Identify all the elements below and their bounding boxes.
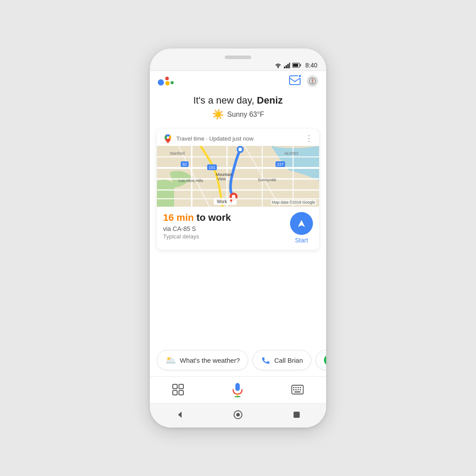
- travel-minutes: 16 min: [163, 212, 194, 223]
- microphone-icon: [231, 383, 244, 398]
- notification-dot: [298, 74, 302, 78]
- svg-point-28: [238, 148, 242, 151]
- greeting-prefix: It's a new day,: [193, 95, 257, 106]
- svg-rect-50: [179, 390, 183, 395]
- svg-marker-46: [298, 220, 305, 227]
- svg-marker-12: [312, 78, 313, 81]
- compass-icon: [309, 78, 316, 85]
- greeting-name: Deniz: [257, 95, 283, 106]
- home-button[interactable]: [230, 408, 246, 421]
- svg-text:237: 237: [277, 162, 283, 167]
- status-bar: 8:40: [150, 59, 326, 71]
- svg-rect-55: [293, 387, 294, 388]
- card-info: 16 min to work via CA-85 S Typical delay…: [157, 207, 319, 250]
- maps-logo: [163, 134, 173, 143]
- greeting-section: It's a new day, Deniz ☀️ Sunny 63°F: [150, 89, 326, 123]
- card-header: Travel time · Updated just now ⋮: [157, 129, 319, 146]
- recents-button[interactable]: [289, 408, 305, 421]
- svg-text:Work 📍: Work 📍: [217, 199, 234, 205]
- svg-marker-64: [178, 412, 182, 418]
- svg-text:ALVISO: ALVISO: [284, 151, 298, 156]
- dot-green: [171, 81, 174, 84]
- nav-bar: [150, 403, 326, 428]
- screen: It's a new day, Deniz ☀️ Sunny 63°F: [150, 71, 326, 428]
- svg-rect-47: [173, 384, 177, 389]
- screenshot-icon: [172, 384, 184, 395]
- svg-rect-61: [298, 389, 299, 390]
- nav-arrow-icon: [296, 218, 307, 229]
- sun-icon: ☀️: [212, 109, 224, 120]
- svg-marker-13: [312, 81, 313, 84]
- keyboard-icon: [291, 385, 304, 394]
- weather-chip-label: What's the weather?: [180, 357, 240, 364]
- google-assistant-logo[interactable]: [158, 77, 174, 86]
- travel-card[interactable]: Travel time · Updated just now ⋮: [157, 129, 319, 250]
- svg-rect-2: [284, 67, 285, 68]
- battery-icon: [292, 63, 301, 68]
- call-brian-chip-label: Call Brian: [274, 357, 303, 364]
- svg-point-30: [232, 195, 235, 198]
- more-options-button[interactable]: ⋮: [305, 134, 313, 143]
- travel-time-section: 16 min to work via CA-85 S Typical delay…: [163, 212, 231, 240]
- svg-rect-59: [293, 389, 294, 390]
- phone-speaker: [225, 56, 251, 59]
- svg-marker-10: [295, 82, 296, 82]
- nav-button-wrap: Start: [290, 212, 313, 244]
- screenshot-button[interactable]: [172, 384, 184, 397]
- svg-rect-56: [295, 387, 297, 388]
- spotify-chip[interactable]: [316, 350, 326, 370]
- svg-rect-4: [287, 64, 289, 68]
- dot-yellow: [165, 81, 170, 86]
- top-bar: [150, 71, 326, 89]
- call-brian-chip[interactable]: Call Brian: [253, 350, 311, 370]
- svg-rect-57: [298, 387, 299, 388]
- start-label: Start: [295, 237, 308, 244]
- svg-rect-51: [235, 383, 240, 391]
- svg-rect-5: [289, 63, 290, 68]
- dot-red: [165, 77, 169, 80]
- svg-point-14: [167, 136, 169, 139]
- travel-route: via CA-85 S: [163, 225, 231, 232]
- svg-text:Los Altos Hills: Los Altos Hills: [178, 178, 204, 183]
- suggestions-row: 🌥️ What's the weather? Call Brian: [150, 350, 326, 376]
- back-arrow-icon: [175, 411, 183, 419]
- back-button[interactable]: [171, 408, 187, 421]
- microphone-button[interactable]: [229, 382, 246, 399]
- top-right-icons: [289, 75, 318, 87]
- svg-rect-60: [295, 389, 297, 390]
- bottom-bar: [150, 376, 326, 403]
- travel-delay: Typical delays: [163, 233, 231, 240]
- svg-text:View: View: [217, 177, 226, 181]
- map-svg: Work 📍 Stanford ALVISO ALVISO Mountain V…: [157, 146, 319, 207]
- travel-dest: to work: [197, 212, 231, 223]
- card-area: Travel time · Updated just now ⋮: [150, 123, 326, 350]
- svg-rect-7: [300, 64, 301, 67]
- cell-signal-icon: [284, 63, 290, 68]
- svg-rect-63: [294, 391, 301, 393]
- compass-button[interactable]: [307, 75, 318, 87]
- svg-rect-3: [286, 65, 287, 68]
- keyboard-button[interactable]: [291, 385, 304, 396]
- start-navigation-button[interactable]: [290, 212, 313, 235]
- inbox-button[interactable]: [289, 75, 301, 87]
- svg-text:Sunnyvale: Sunnyvale: [258, 178, 276, 182]
- cloud-icon: 🌥️: [165, 355, 176, 365]
- phone-icon: [261, 355, 271, 365]
- travel-time-line: 16 min to work: [163, 212, 231, 223]
- svg-rect-8: [293, 64, 298, 67]
- weather-chip[interactable]: 🌥️ What's the weather?: [157, 350, 248, 370]
- map-container: Work 📍 Stanford ALVISO ALVISO Mountain V…: [157, 146, 319, 207]
- recents-square-icon: [293, 411, 300, 418]
- card-header-left: Travel time · Updated just now: [163, 134, 253, 143]
- svg-rect-48: [179, 384, 183, 389]
- svg-rect-62: [300, 389, 301, 390]
- status-time: 8:40: [305, 62, 317, 69]
- map-copyright: Map data ©2018 Google: [271, 200, 316, 205]
- svg-text:Stanford: Stanford: [170, 151, 185, 156]
- svg-text:82: 82: [182, 162, 187, 167]
- card-label: Travel time · Updated just now: [176, 135, 253, 142]
- dot-blue: [158, 79, 164, 86]
- svg-point-1: [278, 67, 279, 68]
- home-circle-icon: [233, 410, 243, 420]
- greeting-text: It's a new day, Deniz: [159, 95, 317, 106]
